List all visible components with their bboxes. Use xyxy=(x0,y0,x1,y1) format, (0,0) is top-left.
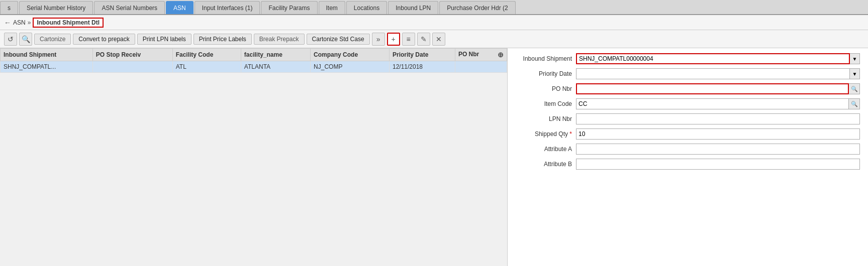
form-row-priority-date: Priority Date ▼ xyxy=(516,68,860,79)
tab-inbound-lpn[interactable]: Inbound LPN xyxy=(388,1,438,14)
table-row[interactable]: SHNJ_COMPATL...ATLATLANTANJ_COMP12/11/20… xyxy=(1,61,507,73)
forward-icon-button[interactable]: » xyxy=(372,33,385,46)
tab-locations[interactable]: Locations xyxy=(346,1,387,14)
inbound-shipment-input[interactable] xyxy=(576,53,850,64)
form-row-attribute-a: Attribute A xyxy=(516,144,860,155)
tab-asn-serial-numbers[interactable]: ASN Serial Numbers xyxy=(94,1,165,14)
breadcrumb-separator: » xyxy=(28,19,31,26)
tab-s[interactable]: s xyxy=(0,1,18,14)
table-cell: NJ_COMP xyxy=(311,61,390,73)
item-code-search-btn[interactable]: 🔍 xyxy=(849,98,860,109)
po-nbr-input[interactable] xyxy=(576,83,849,94)
col-facility-code: Facility Code xyxy=(172,49,241,61)
main-layout: Inbound Shipment PO Stop Receiv Facility… xyxy=(0,48,868,266)
table-cell: SHNJ_COMPATL... xyxy=(1,61,93,73)
doc-button[interactable]: ≡ xyxy=(402,33,415,46)
label-inbound-shipment: Inbound Shipment xyxy=(516,55,576,62)
label-lpn-nbr: LPN Nbr xyxy=(516,115,576,122)
form-row-shipped-qty: Shipped Qty xyxy=(516,128,860,140)
print-price-button[interactable]: Print Price Labels xyxy=(194,34,252,45)
form-row-item-code: Item Code 🔍 xyxy=(516,98,860,109)
form-area: Inbound Shipment ▼ Priority Date ▼ PO Nb… xyxy=(508,48,868,266)
tab-purchase-order-hdr-(2[interactable]: Purchase Order Hdr (2 xyxy=(439,1,515,14)
attribute-b-input[interactable] xyxy=(576,159,860,170)
toolbar-row: ↺ 🔍 Cartonize Convert to prepack Print L… xyxy=(0,30,868,48)
table-cell: ATLANTA xyxy=(241,61,310,73)
table-cell: ATL xyxy=(172,61,241,73)
po-nbr-search-btn[interactable]: 🔍 xyxy=(849,83,860,94)
label-item-code: Item Code xyxy=(516,100,576,107)
po-nbr-wrapper: 🔍 xyxy=(576,83,860,94)
inbound-shipment-table: Inbound Shipment PO Stop Receiv Facility… xyxy=(0,48,507,73)
search-button[interactable]: 🔍 xyxy=(19,33,32,46)
tab-bar: sSerial Number HistoryASN Serial Numbers… xyxy=(0,0,868,15)
table-cell xyxy=(92,61,172,73)
priority-date-dropdown-btn[interactable]: ▼ xyxy=(850,68,860,79)
table-cell xyxy=(455,61,507,73)
form-row-lpn-nbr: LPN Nbr xyxy=(516,113,860,124)
tab-input-interfaces-(1)[interactable]: Input Interfaces (1) xyxy=(195,1,260,14)
item-code-wrapper: 🔍 xyxy=(576,98,860,109)
inbound-shipment-dropdown-btn[interactable]: ▼ xyxy=(850,53,860,64)
shipped-qty-input[interactable] xyxy=(576,128,860,140)
edit-button[interactable]: ✎ xyxy=(417,33,430,46)
priority-date-input[interactable] xyxy=(576,68,850,79)
tab-item[interactable]: Item xyxy=(319,1,345,14)
label-attribute-a: Attribute A xyxy=(516,146,576,153)
breadcrumb-current: Inbound Shipment Dtl xyxy=(33,18,104,28)
table-header-row: Inbound Shipment PO Stop Receiv Facility… xyxy=(1,49,507,61)
label-po-nbr: PO Nbr xyxy=(516,85,576,92)
label-shipped-qty: Shipped Qty xyxy=(516,130,576,138)
col-facility-name: facility_name xyxy=(241,49,310,61)
refresh-button[interactable]: ↺ xyxy=(4,33,17,46)
breadcrumb-parent[interactable]: ASN xyxy=(13,19,26,26)
col-po-nbr: PO Nbr ⊕ xyxy=(455,49,507,61)
col-company-code: Company Code xyxy=(311,49,390,61)
inbound-shipment-field-wrapper: ▼ xyxy=(576,53,860,64)
label-priority-date: Priority Date xyxy=(516,70,576,77)
table-cell: 12/11/2018 xyxy=(389,61,455,73)
tab-asn[interactable]: ASN xyxy=(166,1,194,14)
add-button[interactable]: + xyxy=(387,33,400,46)
back-arrow[interactable]: ← xyxy=(4,19,11,27)
table-area: Inbound Shipment PO Stop Receiv Facility… xyxy=(0,48,508,266)
attribute-a-input[interactable] xyxy=(576,144,860,155)
cartonize-button[interactable]: Cartonize xyxy=(34,34,71,45)
form-row-attribute-b: Attribute B xyxy=(516,159,860,170)
tab-serial-number-history[interactable]: Serial Number History xyxy=(19,1,93,14)
label-attribute-b: Attribute B xyxy=(516,161,576,168)
col-priority-date: Priority Date xyxy=(389,49,455,61)
close-button[interactable]: ✕ xyxy=(432,33,445,46)
add-column-icon[interactable]: ⊕ xyxy=(498,51,504,59)
priority-date-wrapper: ▼ xyxy=(576,68,860,79)
lpn-nbr-input[interactable] xyxy=(576,113,860,124)
form-row-inbound-shipment: Inbound Shipment ▼ xyxy=(516,53,860,64)
convert-button[interactable]: Convert to prepack xyxy=(73,34,135,45)
form-row-po-nbr: PO Nbr 🔍 xyxy=(516,83,860,94)
break-prepack-button[interactable]: Break Prepack xyxy=(254,34,305,45)
tab-facility-params[interactable]: Facility Params xyxy=(261,1,317,14)
col-po-stop-receiv: PO Stop Receiv xyxy=(92,49,172,61)
breadcrumb-row: ← ASN » Inbound Shipment Dtl xyxy=(0,15,868,30)
cartonize-std-button[interactable]: Cartonize Std Case xyxy=(307,34,370,45)
col-inbound-shipment: Inbound Shipment xyxy=(1,49,93,61)
item-code-input[interactable] xyxy=(576,98,849,109)
print-lpn-button[interactable]: Print LPN labels xyxy=(137,34,191,45)
